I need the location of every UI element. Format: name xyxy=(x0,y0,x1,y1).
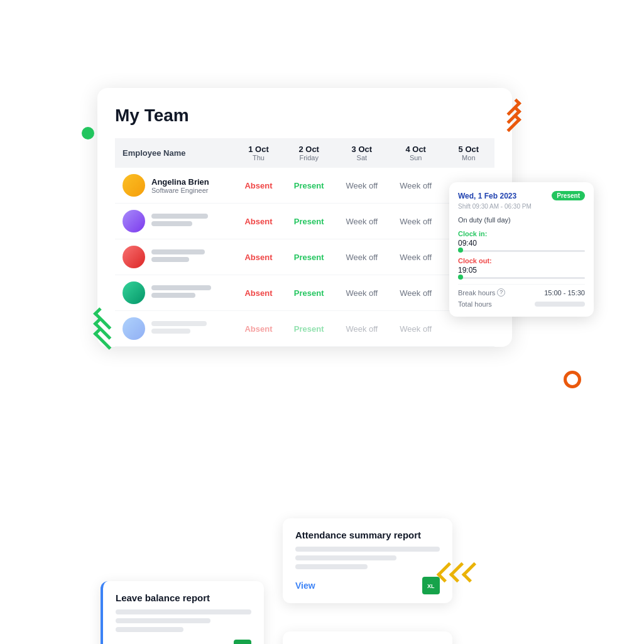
blurred-name xyxy=(151,285,211,290)
total-hours-value-placeholder xyxy=(535,302,585,307)
break-hours-value: 15:00 - 15:30 xyxy=(544,289,585,297)
attendance-table: Employee Name 1 Oct Thu 2 Oct Friday 3 O… xyxy=(115,138,494,347)
status-cell: Present xyxy=(283,204,335,239)
leave-balance-report-card: Leave balance report View XL xyxy=(101,581,264,644)
status-cell: Week off xyxy=(389,311,443,347)
status-cell: Present xyxy=(283,168,335,204)
table-row: Absent Present Week off Week off xyxy=(115,275,494,311)
blurred-name xyxy=(151,214,208,219)
attendance-summary-view-link[interactable]: View xyxy=(295,581,315,591)
date-col-4: 4 Oct Sun xyxy=(389,138,443,168)
blurred-name xyxy=(151,249,205,254)
svg-text:XL: XL xyxy=(427,583,435,589)
table-row: Angelina Brien Software Engineer Absent … xyxy=(115,168,494,204)
status-cell: Present xyxy=(283,311,335,347)
status-badge: Present xyxy=(552,191,585,200)
avatar xyxy=(123,210,145,232)
detail-popup: Wed, 1 Feb 2023 Present Shift 09:30 AM -… xyxy=(449,182,594,317)
leave-balance-lines xyxy=(116,609,251,632)
detail-duty: On duty (full day) xyxy=(458,216,585,224)
clock-in-label: Clock in: xyxy=(458,230,585,237)
status-cell: Absent xyxy=(234,275,283,311)
status-cell: Week off xyxy=(389,204,443,239)
clock-out-timeline xyxy=(458,277,585,279)
attendance-summary-footer: View XL xyxy=(295,577,440,594)
clock-in-timeline xyxy=(458,250,585,252)
attendance-summary-excel-icon: XL xyxy=(422,577,440,594)
status-cell: Absent xyxy=(234,168,283,204)
date-col-1: 1 Oct Thu xyxy=(234,138,283,168)
blurred-role xyxy=(151,221,192,226)
chevron-yellow-decoration xyxy=(441,564,478,581)
blurred-role xyxy=(151,257,189,262)
employee-col-header: Employee Name xyxy=(115,138,234,168)
clock-out-label: Clock out: xyxy=(458,257,585,265)
status-cell: Week off xyxy=(389,239,443,275)
detail-shift: Shift 09:30 AM - 06:30 PM xyxy=(458,203,585,210)
employee-cell xyxy=(115,204,234,239)
date-col-2: 2 Oct Friday xyxy=(283,138,335,168)
dot-decoration-green xyxy=(82,127,94,139)
clock-in-row: Clock in: 09:40 xyxy=(458,230,585,252)
total-hours-label: Total hours xyxy=(458,300,492,308)
status-cell: Week off xyxy=(389,168,443,204)
date-col-5: 5 Oct Mon xyxy=(443,138,494,168)
attendance-summary-lines xyxy=(295,547,440,569)
employee-name: Angelina Brien xyxy=(151,177,209,187)
status-cell: Absent xyxy=(234,239,283,275)
avatar xyxy=(123,174,145,197)
employee-role: Software Engineer xyxy=(151,187,209,194)
status-cell: Present xyxy=(283,239,335,275)
clock-out-value: 19:05 xyxy=(458,266,585,275)
page-title: My Team xyxy=(115,106,494,126)
clock-inout-report-card: Clock-in and Clock-out report View XL xyxy=(283,631,452,644)
status-cell: Week off xyxy=(335,275,389,311)
blurred-name xyxy=(151,321,207,326)
avatar xyxy=(123,246,145,268)
clock-out-row: Clock out: 19:05 xyxy=(458,257,585,279)
leave-balance-title: Leave balance report xyxy=(116,592,251,603)
clock-in-value: 09:40 xyxy=(458,239,585,248)
status-cell: Week off xyxy=(335,168,389,204)
detail-popup-header: Wed, 1 Feb 2023 Present xyxy=(458,191,585,200)
attendance-summary-title: Attendance summary report xyxy=(295,530,440,540)
attendance-summary-report-card: Attendance summary report View XL xyxy=(283,518,452,603)
dot-decoration-orange xyxy=(564,371,581,388)
blurred-role xyxy=(151,293,195,298)
total-hours-row: Total hours xyxy=(458,300,585,308)
status-cell: Week off xyxy=(335,311,389,347)
blurred-role xyxy=(151,329,190,334)
break-hours-label: Break hours ? xyxy=(458,288,505,297)
table-row: Absent Present Week off Week off xyxy=(115,239,494,275)
status-cell: Week off xyxy=(335,239,389,275)
leave-balance-footer: View XL xyxy=(116,640,251,644)
table-row: Absent Present Week off Week off xyxy=(115,311,494,347)
table-row: Absent Present Week off Week off xyxy=(115,204,494,239)
status-cell: Week off xyxy=(335,204,389,239)
detail-date: Wed, 1 Feb 2023 xyxy=(458,192,516,200)
avatar xyxy=(123,317,145,340)
date-col-3: 3 Oct Sat xyxy=(335,138,389,168)
chevron-orange-decoration xyxy=(504,104,521,127)
employee-cell xyxy=(115,239,234,275)
chevron-green-decoration xyxy=(93,314,116,343)
status-cell: Present xyxy=(283,275,335,311)
employee-cell xyxy=(115,275,234,311)
status-cell: Week off xyxy=(389,275,443,311)
employee-cell xyxy=(115,311,234,347)
status-cell: Absent xyxy=(234,204,283,239)
avatar xyxy=(123,281,145,304)
employee-cell: Angelina Brien Software Engineer xyxy=(115,168,234,204)
status-cell: Absent xyxy=(234,311,283,347)
break-hours-row: Break hours ? 15:00 - 15:30 xyxy=(458,284,585,297)
leave-balance-excel-icon: XL xyxy=(234,640,251,644)
